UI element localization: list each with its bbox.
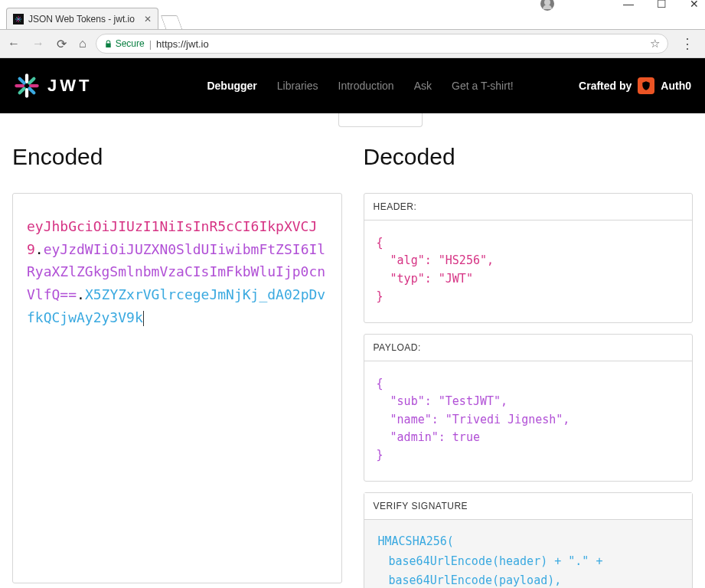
encoded-heading: Encoded [12, 144, 342, 170]
svg-line-6 [29, 79, 34, 83]
decoded-column: Decoded HEADER: { "alg": "HS256", "typ":… [364, 144, 694, 588]
sig-line-2: base64UrlEncode(header) + "." + [389, 552, 679, 572]
svg-line-10 [29, 88, 34, 93]
auth0-label: Auth0 [661, 80, 691, 92]
sig-line-3: base64UrlEncode(payload), [389, 571, 679, 588]
brand[interactable]: JWT [14, 73, 92, 99]
tab-favicon-icon [13, 14, 24, 24]
header-section-label: HEADER: [364, 194, 693, 220]
brand-text: JWT [47, 76, 92, 96]
encoded-column: Encoded eyJhbGciOiJIUzI1NiIsInR5cCI6IkpX… [12, 144, 342, 588]
payload-json[interactable]: { "sub": "TestJWT", "name": "Trivedi Jig… [364, 361, 693, 481]
address-bar: ← → ⟳ ⌂ Secure | https://jwt.io ☆ ⋮ [0, 29, 705, 58]
new-tab-button[interactable] [161, 15, 183, 29]
tab-title: JSON Web Tokens - jwt.io [28, 14, 135, 24]
nav-icons: ← → ⟳ ⌂ [8, 37, 86, 51]
token-dot: . [77, 286, 85, 302]
site-nav: JWT Debugger Libraries Introduction Ask … [0, 58, 705, 113]
main-content: Encoded eyJhbGciOiJIUzI1NiIsInR5cCI6IkpX… [0, 113, 705, 588]
tab-strip: JSON Web Tokens - jwt.io ✕ [0, 8, 705, 29]
url-separator: | [149, 38, 152, 50]
decoded-payload-section: PAYLOAD: { "sub": "TestJWT", "name": "Tr… [364, 334, 694, 482]
text-cursor [143, 311, 144, 326]
encoded-token-box[interactable]: eyJhbGciOiJIUzI1NiIsInR5cCI6IkpXVCJ9.eyJ… [12, 193, 342, 583]
jwt-logo-icon [14, 73, 40, 99]
decoded-signature-section: VERIFY SIGNATURE HMACSHA256( base64UrlEn… [364, 492, 694, 588]
secure-lock-icon: Secure [104, 38, 145, 49]
svg-line-7 [20, 88, 24, 93]
header-json[interactable]: { "alg": "HS256", "typ": "JWT" } [364, 220, 693, 322]
sig-line-1: HMACSHA256( [378, 532, 679, 552]
decoded-heading: Decoded [364, 144, 694, 170]
browser-menu-icon[interactable]: ⋮ [677, 35, 697, 52]
token-dot: . [35, 241, 44, 257]
tab-close-icon[interactable]: ✕ [144, 14, 152, 24]
window-close-icon[interactable]: ✕ [690, 0, 699, 8]
home-icon[interactable]: ⌂ [79, 37, 86, 51]
nav-link-ask[interactable]: Ask [414, 80, 432, 92]
back-icon[interactable]: ← [8, 37, 20, 51]
payload-section-label: PAYLOAD: [364, 335, 693, 361]
bookmark-star-icon[interactable]: ☆ [650, 37, 660, 51]
secure-label: Secure [116, 38, 145, 49]
signature-section-label: VERIFY SIGNATURE [364, 493, 693, 520]
svg-line-11 [20, 79, 24, 83]
nav-link-tshirt[interactable]: Get a T-shirt! [452, 80, 514, 92]
forward-icon[interactable]: → [32, 37, 44, 51]
url-field[interactable]: Secure | https://jwt.io ☆ [96, 34, 668, 54]
window-minimize-icon[interactable]: ― [623, 0, 634, 8]
nav-links: Debugger Libraries Introduction Ask Get … [207, 80, 513, 92]
url-text: https://jwt.io [156, 38, 209, 50]
window-maximize-icon[interactable]: ☐ [657, 0, 667, 8]
signature-body: HMACSHA256( base64UrlEncode(header) + ".… [364, 520, 693, 588]
auth0-shield-icon [638, 77, 654, 94]
nav-link-debugger[interactable]: Debugger [207, 80, 256, 92]
crafted-by[interactable]: Crafted by Auth0 [579, 77, 691, 94]
browser-tab[interactable]: JSON Web Tokens - jwt.io ✕ [6, 8, 158, 29]
decoded-header-section: HEADER: { "alg": "HS256", "typ": "JWT" } [364, 193, 694, 323]
crafted-by-label: Crafted by [579, 80, 632, 92]
nav-link-libraries[interactable]: Libraries [277, 80, 318, 92]
window-frame: ― ☐ ✕ [0, 0, 705, 8]
algorithm-select-remnant[interactable] [338, 113, 423, 127]
nav-link-introduction[interactable]: Introduction [338, 80, 394, 92]
reload-icon[interactable]: ⟳ [57, 37, 67, 51]
